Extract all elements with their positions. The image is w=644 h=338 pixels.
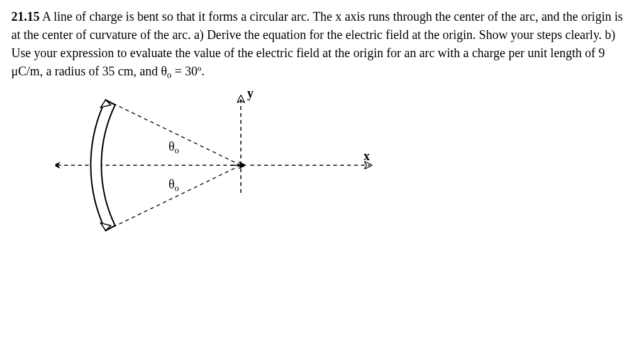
theta-label-bottom: θo — [169, 177, 179, 194]
theta-bot-sym: θ — [169, 177, 175, 191]
page: 21.15 A line of charge is bent so that i… — [0, 0, 644, 338]
theta-subscript: o — [167, 70, 171, 80]
problem-body-1: A line of charge is bent so that it form… — [11, 9, 623, 78]
arc-body — [91, 100, 115, 231]
figure-svg — [55, 86, 408, 287]
theta-top-sub: o — [175, 145, 179, 155]
radius-lower — [106, 165, 241, 231]
problem-text: 21.15 A line of charge is bent so that i… — [11, 8, 633, 81]
problem-body-2: = 30º. — [172, 64, 204, 78]
theta-top-sym: θ — [169, 139, 175, 153]
x-axis-label: x — [364, 149, 370, 163]
figure: y x θo θo — [55, 86, 408, 287]
theta-label-top: θo — [169, 139, 179, 156]
y-axis-label: y — [247, 86, 253, 101]
problem-number: 21.15 — [11, 9, 40, 23]
theta-bot-sub: o — [175, 183, 179, 193]
